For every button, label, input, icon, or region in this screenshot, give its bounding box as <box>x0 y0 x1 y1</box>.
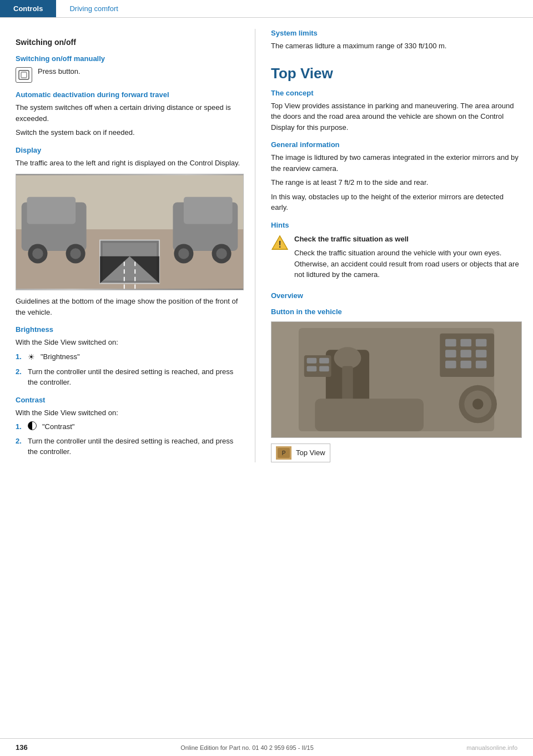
brightness-step1: 1. ☀ "Brightness" <box>16 351 244 363</box>
concept-subtitle: The concept <box>271 89 522 97</box>
svg-rect-11 <box>184 197 233 224</box>
svg-rect-5 <box>27 197 76 224</box>
page-footer: 136 Online Edition for Part no. 01 40 2 … <box>0 738 533 756</box>
button-icon <box>16 67 32 83</box>
top-view-caption-icon: P <box>276 446 291 460</box>
hints-bold-text: Check the traffic situation as well <box>294 235 409 243</box>
button-in-vehicle-subtitle: Button in the vehicle <box>271 308 522 316</box>
contrast-step1: 1. "Contrast" <box>16 421 244 432</box>
main-content: Switching on/off Switching on/off manual… <box>0 18 533 473</box>
hint-text-container: Check the traffic situation as well Chec… <box>294 234 522 284</box>
sun-icon: ☀ <box>28 351 35 363</box>
contrast-subtitle: Contrast <box>16 396 244 404</box>
contrast-step2: 2. Turn the controller until the desired… <box>16 436 244 457</box>
contrast-step1-text: "Contrast" <box>42 421 74 432</box>
contrast-intro: With the Side View switched on: <box>16 407 244 419</box>
svg-point-15 <box>216 248 227 259</box>
svg-rect-39 <box>460 350 471 357</box>
system-limits-subtitle: System limits <box>271 29 522 37</box>
press-button-row: Press button. <box>16 66 244 83</box>
auto-deact-text1: The system switches off when a certain d… <box>16 102 244 124</box>
general-text1: The image is lidtured by two cameras int… <box>271 152 522 174</box>
svg-rect-32 <box>319 357 329 363</box>
left-column: Switching on/off Switching on/off manual… <box>0 29 255 462</box>
brightness-intro: With the Side View switched on: <box>16 337 244 348</box>
brightness-step1-text: "Brightness" <box>41 351 80 362</box>
contrast-step2-text: Turn the controller until the desired se… <box>28 436 244 457</box>
hint-box: ! Check the traffic situation as well Ch… <box>271 234 522 284</box>
svg-point-13 <box>178 248 189 259</box>
svg-rect-33 <box>319 366 329 371</box>
hints-body-text: Check the traffic situation around the v… <box>294 248 522 280</box>
svg-rect-38 <box>445 350 456 357</box>
auto-deact-subtitle: Automatic deactivation during forward tr… <box>16 90 244 99</box>
right-column: System limits The cameras lidture a maxi… <box>255 29 533 462</box>
press-button-text: Press button. <box>38 66 81 77</box>
svg-text:P: P <box>282 450 286 456</box>
svg-rect-1 <box>21 72 27 78</box>
watermark-text: manualsonline.info <box>466 744 517 751</box>
svg-rect-43 <box>476 360 487 368</box>
tab-controls-label: Controls <box>13 4 43 13</box>
image-caption: Guidelines at the bottom of the image sh… <box>16 296 244 317</box>
svg-text:!: ! <box>278 239 281 249</box>
svg-rect-41 <box>445 360 456 368</box>
contrast-icon <box>28 421 37 430</box>
display-subtitle: Display <box>16 146 244 154</box>
side-view-image <box>16 174 244 290</box>
svg-rect-42 <box>460 360 471 368</box>
svg-point-9 <box>70 248 81 259</box>
tab-driving-comfort[interactable]: Driving comfort <box>56 0 131 17</box>
concept-text: Top View provides assistance in parking … <box>271 100 522 133</box>
copyright-text: Online Edition for Part no. 01 40 2 959 … <box>180 744 314 751</box>
top-view-caption-text: Top View <box>296 448 325 457</box>
hints-subtitle: Hints <box>271 221 522 229</box>
svg-rect-37 <box>476 339 487 346</box>
svg-point-46 <box>472 399 484 410</box>
svg-rect-52 <box>315 399 424 431</box>
tab-controls[interactable]: Controls <box>0 0 56 17</box>
svg-rect-40 <box>476 350 487 357</box>
svg-rect-35 <box>445 339 456 346</box>
page-header: Controls Driving comfort <box>0 0 533 18</box>
brightness-steps: 1. ☀ "Brightness" 2. Turn the controller… <box>16 351 244 388</box>
switching-manually-subtitle: Switching on/off manually <box>16 54 244 63</box>
general-info-subtitle: General information <box>271 140 522 149</box>
system-limits-text: The cameras lidture a maximum range of 3… <box>271 41 522 52</box>
svg-rect-36 <box>460 339 471 346</box>
svg-rect-0 <box>19 70 29 79</box>
general-text3: In this way, obstacles up to the height … <box>271 191 522 213</box>
brightness-subtitle: Brightness <box>16 325 244 334</box>
general-text2: The range is at least 7 ft/2 m to the si… <box>271 177 522 188</box>
top-view-caption-box: P Top View <box>271 443 330 462</box>
top-view-title: Top View <box>271 65 522 82</box>
overview-subtitle: Overview <box>271 291 522 300</box>
svg-point-27 <box>334 347 361 369</box>
svg-rect-30 <box>307 357 317 363</box>
tab-driving-comfort-label: Driving comfort <box>69 4 118 13</box>
brightness-step2-text: Turn the controller until the desired se… <box>28 366 244 388</box>
contrast-steps: 1. "Contrast" 2. Turn the controller unt… <box>16 421 244 457</box>
warning-icon: ! <box>271 235 289 250</box>
display-text: The traffic area to the left and right i… <box>16 158 244 169</box>
svg-rect-31 <box>307 366 317 371</box>
svg-point-7 <box>32 248 43 259</box>
auto-deact-text2: Switch the system back on if needed. <box>16 127 244 138</box>
car-interior-image <box>271 321 522 438</box>
page-number: 136 <box>16 743 28 752</box>
switching-title: Switching on/off <box>16 38 244 47</box>
brightness-step2: 2. Turn the controller until the desired… <box>16 366 244 388</box>
